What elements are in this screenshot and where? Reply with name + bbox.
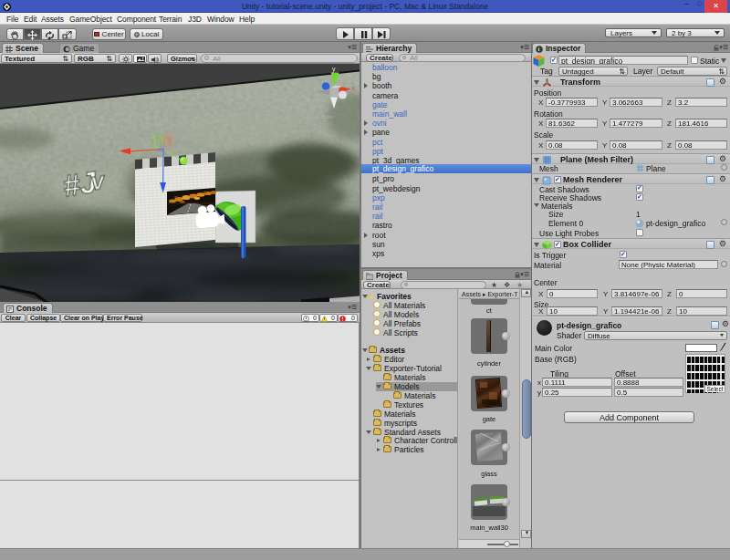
svg-text:z: z (318, 78, 322, 84)
svg-text:x: x (352, 85, 356, 91)
svg-text:☰ bts: ☰ bts (321, 114, 334, 119)
svg-text:y: y (332, 66, 336, 73)
